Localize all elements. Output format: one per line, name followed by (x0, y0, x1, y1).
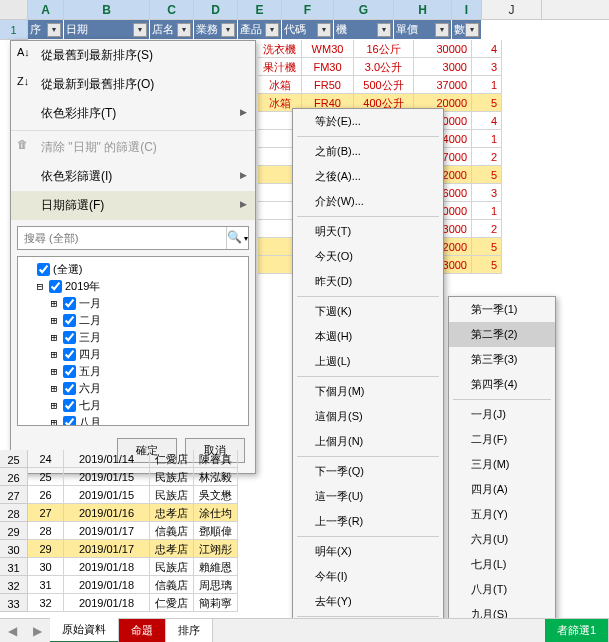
cell[interactable]: 29 (28, 540, 64, 558)
submenu-item[interactable]: 本週(H) (293, 324, 443, 349)
col-header-B[interactable]: B (64, 0, 150, 19)
row-number[interactable]: 30 (0, 540, 28, 558)
filter-dropdown-H[interactable]: ▾ (435, 23, 449, 37)
col-header-F[interactable]: F (282, 0, 334, 19)
cell[interactable]: 26 (28, 486, 64, 504)
cell[interactable]: 32 (28, 594, 64, 612)
submenu-item[interactable]: 昨天(D) (293, 269, 443, 294)
cell[interactable]: 2019/01/17 (64, 522, 150, 540)
period-item[interactable]: 一月(J) (449, 402, 555, 427)
cell[interactable]: 3 (472, 58, 502, 76)
period-item[interactable]: 第三季(3) (449, 347, 555, 372)
tab-raw-data[interactable]: 原始資料 (50, 618, 119, 642)
filter-dropdown-D[interactable]: ▾ (221, 23, 235, 37)
cell[interactable]: 民族店 (150, 468, 194, 486)
filter-dropdown-E[interactable]: ▾ (265, 23, 279, 37)
row-number[interactable]: 28 (0, 504, 28, 522)
tab-sort[interactable]: 排序 (166, 619, 213, 642)
cell[interactable]: 忠孝店 (150, 540, 194, 558)
cell[interactable]: 仁愛店 (150, 450, 194, 468)
period-item[interactable]: 第一季(1) (449, 297, 555, 322)
sort-by-color[interactable]: 依色彩排序(T) (11, 99, 255, 128)
cell[interactable]: 30000 (414, 40, 472, 58)
col-header-D[interactable]: D (194, 0, 238, 19)
filter-dropdown-C[interactable]: ▾ (177, 23, 191, 37)
cell[interactable]: WM30 (302, 40, 354, 58)
filter-dropdown-G[interactable]: ▾ (377, 23, 391, 37)
filter-dropdown-A[interactable]: ▾ (47, 23, 61, 37)
submenu-item[interactable]: 今天(O) (293, 244, 443, 269)
tree-month[interactable]: ⊞二月 (22, 312, 244, 329)
submenu-item[interactable]: 下週(K) (293, 299, 443, 324)
submenu-item[interactable]: 介於(W)... (293, 189, 443, 214)
date-filters[interactable]: 日期篩選(F) (11, 191, 255, 220)
cell[interactable]: 賴維恩 (194, 558, 238, 576)
expand-icon[interactable]: ⊞ (48, 416, 60, 426)
expand-icon[interactable]: ⊞ (48, 331, 60, 344)
submenu-item[interactable]: 等於(E)... (293, 109, 443, 134)
cell[interactable]: 江翊彤 (194, 540, 238, 558)
tree-month[interactable]: ⊞一月 (22, 295, 244, 312)
period-item[interactable]: 第四季(4) (449, 372, 555, 397)
cell[interactable]: 簡莉寧 (194, 594, 238, 612)
submenu-item[interactable]: 之後(A)... (293, 164, 443, 189)
period-item[interactable]: 二月(F) (449, 427, 555, 452)
filter-dropdown-B[interactable]: ▾ (133, 23, 147, 37)
cell[interactable]: 信義店 (150, 522, 194, 540)
cell[interactable]: 4 (472, 112, 502, 130)
submenu-item[interactable]: 上週(L) (293, 349, 443, 374)
cell[interactable]: 28 (28, 522, 64, 540)
cell[interactable]: 1 (472, 202, 502, 220)
cell[interactable]: 吳文懋 (194, 486, 238, 504)
cell[interactable]: 2019/01/16 (64, 504, 150, 522)
row-number[interactable]: 31 (0, 558, 28, 576)
cell[interactable]: 2019/01/15 (64, 486, 150, 504)
cell[interactable]: 25 (28, 468, 64, 486)
cell[interactable]: 16公斤 (354, 40, 414, 58)
tab-filter1[interactable]: 者篩選1 (545, 619, 609, 642)
cell[interactable]: 30 (28, 558, 64, 576)
filter-dropdown-I[interactable]: ▾ (465, 23, 479, 37)
submenu-item[interactable]: 明天(T) (293, 219, 443, 244)
cell[interactable]: 5 (472, 94, 502, 112)
cell[interactable]: 31 (28, 576, 64, 594)
expand-icon[interactable]: ⊞ (48, 365, 60, 378)
submenu-item[interactable]: 之前(B)... (293, 139, 443, 164)
filter-tree[interactable]: (全選) ⊟2019年 ⊞一月⊞二月⊞三月⊞四月⊞五月⊞六月⊞七月⊞八月 (17, 256, 249, 426)
cell[interactable]: 500公升 (354, 76, 414, 94)
row-number[interactable]: 25 (0, 450, 28, 468)
submenu-item[interactable]: 下個月(M) (293, 379, 443, 404)
cell[interactable]: 2019/01/18 (64, 594, 150, 612)
expand-icon[interactable]: ⊞ (48, 348, 60, 361)
cell[interactable]: 林泓毅 (194, 468, 238, 486)
sort-descending[interactable]: Z↓從最新到最舊排序(O) (11, 70, 255, 99)
filter-dropdown-F[interactable]: ▾ (317, 23, 331, 37)
cell[interactable]: 5 (472, 256, 502, 274)
col-header-H[interactable]: H (394, 0, 452, 19)
col-header-C[interactable]: C (150, 0, 194, 19)
row-number[interactable]: 29 (0, 522, 28, 540)
cell[interactable]: 周思璃 (194, 576, 238, 594)
tree-select-all[interactable]: (全選) (22, 261, 244, 278)
expand-icon[interactable]: ⊞ (48, 314, 60, 327)
cell[interactable]: 冰箱 (258, 76, 302, 94)
submenu-item[interactable]: 這個月(S) (293, 404, 443, 429)
expand-icon[interactable]: ⊞ (48, 382, 60, 395)
cell[interactable]: FM30 (302, 58, 354, 76)
period-item[interactable]: 第二季(2) (449, 322, 555, 347)
cell[interactable]: 2019/01/18 (64, 558, 150, 576)
cell[interactable]: 3000 (414, 58, 472, 76)
col-header-A[interactable]: A (28, 0, 64, 19)
select-all-corner[interactable] (0, 0, 28, 19)
tree-month[interactable]: ⊞四月 (22, 346, 244, 363)
row-number-1[interactable]: 1 (0, 20, 28, 40)
cell[interactable]: 2019/01/17 (64, 540, 150, 558)
cell[interactable]: 忠孝店 (150, 504, 194, 522)
collapse-icon[interactable]: ⊟ (34, 280, 46, 293)
cell[interactable]: 4 (472, 40, 502, 58)
cell[interactable]: 2 (472, 220, 502, 238)
cell[interactable]: 民族店 (150, 558, 194, 576)
row-number[interactable]: 27 (0, 486, 28, 504)
tab-nav-prev[interactable]: ◀ (0, 624, 25, 638)
tree-month[interactable]: ⊞六月 (22, 380, 244, 397)
